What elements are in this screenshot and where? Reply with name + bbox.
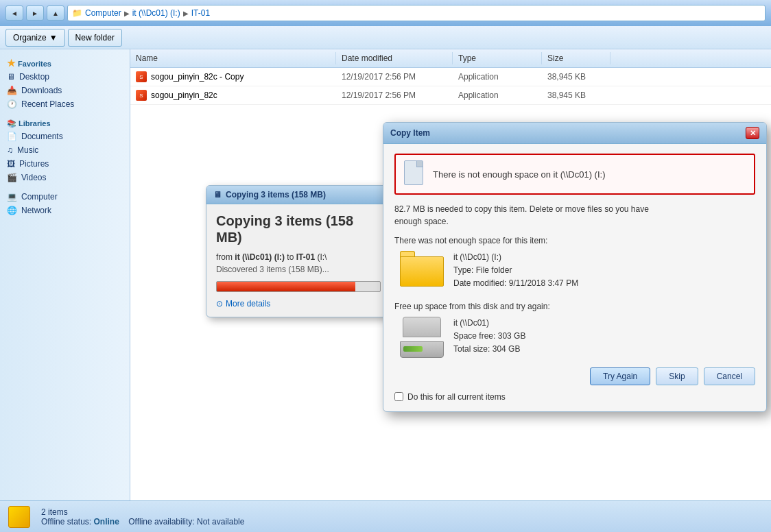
- title-bar: ◄ ► ▲ 📁 Computer ▶ it (\\Dc01) (I:) ▶ IT…: [0, 0, 771, 26]
- status-folder-icon: [8, 506, 30, 528]
- drive-name: it (\\Dc01): [453, 317, 525, 330]
- error-dialog-title-text: Copy Item: [390, 128, 430, 138]
- pictures-icon: 🖼: [7, 159, 15, 169]
- favorites-icon: ★: [7, 58, 16, 69]
- offline-status: Offline status: Online Offline availabil…: [41, 517, 244, 527]
- file-date-cell: 12/19/2017 2:56 PM: [336, 71, 453, 83]
- libraries-section: 📚 Libraries: [0, 117, 130, 130]
- sidebar-item-network[interactable]: 🌐 Network: [0, 204, 130, 217]
- col-header-date[interactable]: Date modified: [336, 52, 453, 64]
- free-space-info: it (\\Dc01) Space free: 303 GB Total siz…: [394, 317, 755, 358]
- progress-bar-container: [216, 281, 381, 292]
- item-date: Date modified: 9/11/2018 3:47 PM: [453, 277, 578, 290]
- error-alert-text: There is not enough space on it (\\Dc01)…: [433, 169, 605, 180]
- copy-dialog-icon: 🖥: [213, 190, 222, 200]
- new-folder-button[interactable]: New folder: [68, 29, 122, 47]
- recent-icon: 🕐: [7, 99, 17, 109]
- try-again-button[interactable]: Try Again: [590, 367, 650, 385]
- table-row[interactable]: S sogou_pinyin_82c - Copy 12/19/2017 2:5…: [130, 68, 771, 86]
- sidebar-item-computer[interactable]: 💻 Computer: [0, 190, 130, 204]
- skip-button[interactable]: Skip: [656, 367, 698, 385]
- address-icon: 📁: [72, 8, 82, 18]
- dialog-buttons: Try Again Skip Cancel: [394, 367, 755, 385]
- breadcrumb-computer[interactable]: Computer: [85, 8, 121, 18]
- file-type-cell: Application: [453, 89, 542, 101]
- free-space-title: Free up space from this disk and try aga…: [394, 302, 755, 311]
- app-icon: S: [136, 90, 147, 101]
- file-list-header: Name Date modified Type Size: [130, 49, 771, 68]
- copying-heading: Copying 3 items (158 MB): [216, 213, 381, 245]
- computer-icon: 💻: [7, 192, 17, 202]
- copying-dialog-body: Copying 3 items (158 MB) from it (\\Dc01…: [206, 204, 390, 317]
- file-size-cell: 38,945 KB: [542, 71, 610, 83]
- file-date-cell: 12/19/2017 2:56 PM: [336, 89, 453, 101]
- network-icon: 🌐: [7, 206, 17, 215]
- item-name: it (\\Dc01) (I:): [453, 251, 578, 264]
- close-button[interactable]: ✕: [746, 127, 759, 139]
- app-icon: S: [136, 71, 147, 82]
- status-bar: 2 items Offline status: Online Offline a…: [0, 500, 771, 532]
- favorites-section: ★ Favorites: [0, 55, 130, 70]
- more-details-button[interactable]: ⊙ More details: [216, 299, 270, 309]
- checkbox-row: Do this for all current items: [394, 392, 755, 402]
- item-type: Type: File folder: [453, 264, 578, 277]
- cancel-button[interactable]: Cancel: [704, 367, 755, 385]
- organize-arrow: ▼: [49, 33, 58, 43]
- sidebar-item-recent[interactable]: 🕐 Recent Places: [0, 97, 130, 111]
- error-dialog-body: There is not enough space on it (\\Dc01)…: [383, 144, 766, 411]
- error-doc-icon: [404, 160, 426, 188]
- sidebar-item-documents[interactable]: 📄 Documents: [0, 130, 130, 143]
- folder-large-icon: [400, 251, 444, 287]
- file-name-cell: S sogou_pinyin_82c: [130, 88, 336, 102]
- progress-bar-fill: [217, 282, 355, 291]
- file-type-cell: Application: [453, 71, 542, 83]
- new-folder-label: New folder: [75, 33, 115, 43]
- all-items-checkbox[interactable]: [394, 392, 403, 401]
- copying-dialog-title-text: Copying 3 items (158 MB): [226, 190, 326, 200]
- sidebar-item-music[interactable]: ♫ Music: [0, 143, 130, 157]
- table-row[interactable]: S sogou_pinyin_82c 12/19/2017 2:56 PM Ap…: [130, 86, 771, 105]
- sidebar: ★ Favorites 🖥 Desktop 📥 Downloads 🕐 Rece…: [0, 49, 130, 500]
- sidebar-item-desktop[interactable]: 🖥 Desktop: [0, 70, 130, 84]
- file-size-cell: 38,945 KB: [542, 89, 610, 101]
- music-icon: ♫: [7, 145, 13, 155]
- up-button[interactable]: ▲: [47, 5, 64, 21]
- drive-space-free: Space free: 303 GB: [453, 330, 525, 343]
- videos-icon: 🎬: [7, 173, 17, 182]
- sidebar-item-downloads[interactable]: 📥 Downloads: [0, 84, 130, 97]
- col-header-name[interactable]: Name: [130, 52, 336, 64]
- back-button[interactable]: ◄: [5, 5, 23, 21]
- address-bar[interactable]: 📁 Computer ▶ it (\\Dc01) (I:) ▶ IT-01: [67, 5, 766, 21]
- copying-from-info: from it (\\Dc01) (I:) to IT-01 (I:\: [216, 252, 381, 262]
- error-item-info: it (\\Dc01) (I:) Type: File folder Date …: [394, 251, 755, 291]
- checkbox-label[interactable]: Do this for all current items: [407, 392, 506, 402]
- desktop-icon: 🖥: [7, 72, 15, 82]
- forward-button[interactable]: ►: [26, 5, 44, 21]
- col-header-size[interactable]: Size: [542, 52, 610, 64]
- chevron-down-icon: ⊙: [216, 299, 223, 309]
- breadcrumb-drive[interactable]: it (\\Dc01) (I:): [132, 8, 180, 18]
- sidebar-item-videos[interactable]: 🎬 Videos: [0, 171, 130, 184]
- organize-button[interactable]: Organize ▼: [5, 29, 65, 47]
- copying-discovered-text: Discovered 3 items (158 MB)...: [216, 265, 381, 274]
- error-alert-box: There is not enough space on it (\\Dc01)…: [394, 154, 755, 195]
- error-dialog: Copy Item ✕ There is not enough space on…: [383, 122, 767, 412]
- drive-icon: [400, 317, 444, 358]
- downloads-icon: 📥: [7, 86, 17, 95]
- error-description: 82.7 MB is needed to copy this item. Del…: [394, 203, 755, 228]
- error-not-enough-label: There was not enough space for this item…: [394, 236, 755, 245]
- drive-total-size: Total size: 304 GB: [453, 343, 525, 356]
- breadcrumb-folder[interactable]: IT-01: [191, 8, 210, 18]
- status-info: 2 items Offline status: Online Offline a…: [41, 507, 244, 527]
- sidebar-item-pictures[interactable]: 🖼 Pictures: [0, 157, 130, 171]
- item-count: 2 items: [41, 507, 244, 517]
- organize-label: Organize: [13, 33, 47, 43]
- copying-dialog-title-bar: 🖥 Copying 3 items (158 MB): [206, 186, 390, 204]
- documents-icon: 📄: [7, 132, 17, 141]
- file-name-cell: S sogou_pinyin_82c - Copy: [130, 70, 336, 84]
- toolbar: Organize ▼ New folder: [0, 26, 771, 49]
- col-header-type[interactable]: Type: [453, 52, 542, 64]
- error-dialog-title-bar: Copy Item ✕: [383, 123, 766, 144]
- free-space-section: Free up space from this disk and try aga…: [394, 302, 755, 358]
- copying-dialog: 🖥 Copying 3 items (158 MB) Copying 3 ite…: [206, 185, 391, 317]
